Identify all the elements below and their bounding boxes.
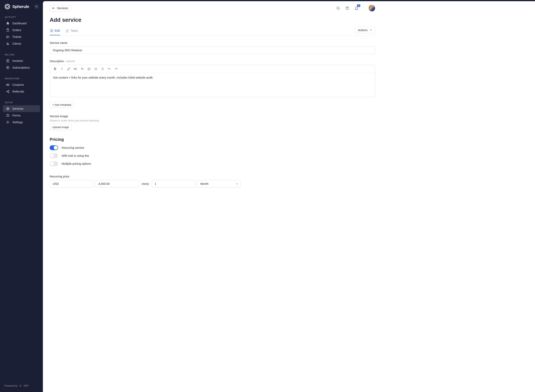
svg-point-6 (7, 43, 8, 44)
main-content: Services 3 Add servi (43, 1, 535, 392)
svg-point-25 (52, 32, 52, 32)
ordered-list-icon (101, 67, 104, 70)
tab-tasks[interactable]: Tasks (66, 27, 78, 35)
service-name-label: Service name (50, 41, 375, 44)
nav-coupons[interactable]: Coupons (3, 81, 40, 88)
briefcase-icon (6, 114, 9, 117)
nav-tickets[interactable]: Tickets (3, 33, 40, 40)
bold-button[interactable]: B (53, 67, 57, 71)
spp-label: SPP (23, 384, 28, 387)
service-image-hint: Shown in order forms and service directo… (50, 119, 375, 122)
italic-button[interactable]: I (60, 67, 64, 71)
every-label: every (141, 182, 150, 185)
multiple-pricing-label: Multiple pricing options (62, 162, 91, 165)
users-icon (6, 42, 9, 46)
nav-item-label: Tickets (12, 35, 21, 38)
bullet-list-button[interactable] (94, 67, 98, 71)
interval-count-input[interactable] (152, 180, 195, 188)
layers-icon (6, 107, 9, 111)
nav-subscriptions[interactable]: Subscriptions (3, 64, 40, 71)
service-name-input[interactable] (50, 47, 375, 54)
interval-unit-select[interactable] (197, 180, 241, 188)
sidebar-footer: Powered by SPP (0, 381, 43, 392)
divider (363, 6, 364, 11)
refresh-dollar-icon (6, 66, 9, 69)
amount-input[interactable] (95, 180, 139, 188)
collapse-icon (36, 5, 38, 8)
nav-item-label: Services (12, 107, 23, 110)
brand-logo[interactable]: Spherule (4, 4, 29, 9)
actions-label: Actions (358, 28, 367, 32)
search-button[interactable] (336, 6, 340, 10)
svg-point-7 (8, 43, 9, 44)
optional-hint: optional (66, 60, 75, 63)
description-label: Description (50, 60, 64, 63)
redo-button[interactable] (114, 67, 118, 71)
gear-icon (6, 121, 9, 124)
nav-item-label: Dashboard (12, 22, 27, 25)
nav-clients[interactable]: Clients (3, 40, 40, 47)
undo-button[interactable] (107, 67, 111, 71)
actions-button[interactable]: Actions (355, 27, 375, 33)
nav-services[interactable]: Services (3, 105, 40, 112)
nav-orders[interactable]: Orders (3, 27, 40, 33)
svg-point-18 (51, 29, 51, 30)
svg-point-20 (52, 29, 53, 30)
help-button[interactable] (345, 6, 349, 10)
heading-button[interactable]: H1 (73, 67, 77, 71)
svg-point-22 (52, 31, 52, 31)
nav-forms[interactable]: Forms (3, 112, 40, 119)
grid-icon (50, 29, 53, 32)
nav-item-label: Subscriptions (12, 66, 30, 69)
spp-icon (19, 384, 22, 387)
notifications-button[interactable]: 3 (354, 6, 359, 10)
pricing-title: Pricing (50, 137, 375, 142)
link-icon (67, 67, 70, 70)
back-services-button[interactable]: Services (50, 5, 71, 11)
tasks-icon (66, 29, 69, 32)
nav-item-label: Referrals (12, 90, 24, 93)
user-avatar[interactable] (368, 5, 375, 12)
description-editor: B I H1 (50, 65, 375, 97)
receipt-icon (6, 59, 9, 63)
arrow-left-icon (52, 7, 55, 10)
tab-edit[interactable]: Edit (50, 27, 60, 35)
nav-item-label: Coupons (12, 83, 24, 86)
currency-input[interactable] (50, 180, 93, 188)
link-button[interactable] (67, 67, 71, 71)
quote-icon (81, 67, 84, 70)
nav-referrals[interactable]: Referrals (3, 88, 40, 95)
nav-section-activity: ACTIVITY (2, 14, 41, 20)
svg-point-23 (52, 31, 53, 31)
sidebar-collapse-button[interactable] (34, 4, 39, 9)
logo-icon (4, 4, 10, 9)
svg-point-16 (337, 7, 339, 9)
code-button[interactable] (87, 67, 91, 71)
add-metadata-button[interactable]: + Add metadata (50, 102, 74, 108)
ordered-list-button[interactable] (101, 67, 104, 71)
recurring-toggle[interactable] (50, 145, 58, 150)
description-textarea[interactable]: Get content + links for your website eve… (50, 73, 375, 97)
nav-dashboard[interactable]: Dashboard (3, 20, 40, 27)
code-icon (87, 67, 91, 70)
svg-point-15 (7, 122, 8, 123)
quote-button[interactable] (80, 67, 84, 71)
service-image-label: Service image (50, 115, 375, 118)
svg-point-19 (52, 29, 52, 30)
nav-item-label: Settings (12, 121, 23, 124)
nav-settings[interactable]: Settings (3, 119, 40, 126)
nav-item-label: Orders (12, 28, 21, 32)
upload-image-button[interactable]: Upload image (50, 124, 71, 130)
notification-badge: 3 (357, 4, 360, 7)
nav-section-setup: SETUP (2, 99, 41, 105)
svg-point-29 (95, 69, 95, 69)
svg-rect-14 (7, 115, 9, 117)
svg-point-21 (51, 31, 51, 31)
search-icon (336, 6, 340, 10)
back-label: Services (57, 7, 68, 10)
nav-invoices[interactable]: Invoices (3, 57, 40, 64)
trial-toggle[interactable] (50, 153, 58, 158)
nav-item-label: Invoices (12, 59, 23, 62)
multiple-pricing-toggle[interactable] (50, 161, 58, 166)
tab-label: Tasks (71, 29, 78, 32)
